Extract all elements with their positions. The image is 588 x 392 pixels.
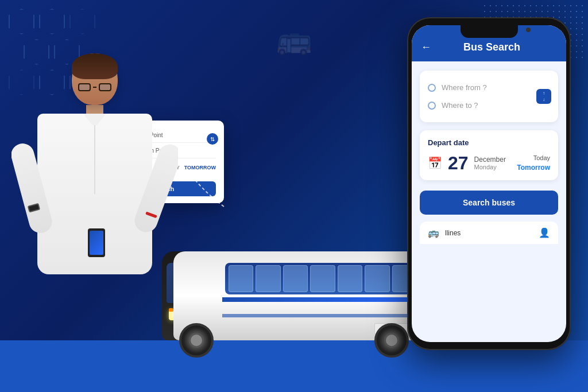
search-buses-button[interactable]: Search buses [420, 191, 558, 215]
person-figure [11, 42, 178, 346]
to-circle [428, 102, 436, 110]
back-button[interactable]: ← [421, 41, 431, 53]
bus-vehicle: plate [161, 208, 427, 358]
phone-camera [526, 28, 531, 32]
date-number: 27 [448, 154, 469, 172]
where-to-text: Where to ? [442, 101, 478, 110]
route-card: Where from ? Where to ? ↑ ↓ [420, 71, 558, 122]
depart-date-card: Depart date 📅 27 December Monday Today [420, 130, 558, 180]
tomorrow-option[interactable]: Tomorrow [517, 164, 550, 172]
date-day: Monday [474, 164, 506, 170]
phone-mockup: ← Bus Search Where from ? Where to ? [407, 17, 571, 350]
date-month: December [474, 156, 506, 164]
bus-background-icon: 🚌 [276, 23, 312, 56]
where-from-text: Where from ? [442, 83, 487, 92]
background: 🚌 [0, 0, 588, 392]
app-content: Where from ? Where to ? ↑ ↓ [412, 61, 566, 342]
swap-icon[interactable]: ↑ ↓ [536, 89, 551, 104]
dashed-arrow [178, 166, 235, 212]
today-option[interactable]: Today [533, 154, 550, 161]
where-from-field[interactable]: Where from ? [428, 79, 550, 96]
from-circle [428, 84, 436, 92]
bottom-partial-section: 🚌 llines 👤 [420, 222, 558, 244]
calendar-icon: 📅 [428, 156, 442, 170]
depart-label: Depart date [428, 138, 550, 147]
phone-screen: ← Bus Search Where from ? Where to ? [412, 25, 566, 342]
depart-date-row: 📅 27 December Monday Today Tomorrow [428, 154, 550, 172]
swap-btn[interactable]: ⇅ [207, 133, 218, 145]
app-title: Bus Search [438, 41, 546, 53]
where-to-field[interactable]: Where to ? [428, 96, 550, 114]
svg-marker-0 [187, 169, 192, 177]
phone-notch [461, 25, 518, 38]
partial-label: llines [445, 229, 461, 237]
